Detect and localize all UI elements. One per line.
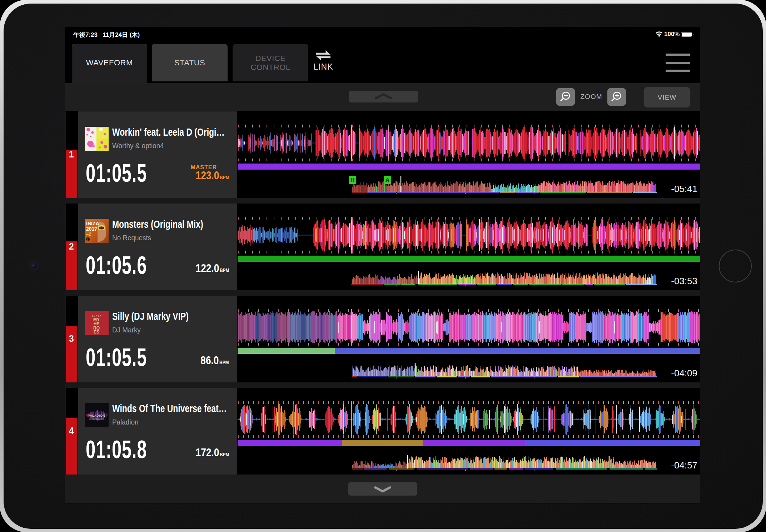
svg-text:PALADION: PALADION (88, 414, 105, 417)
svg-text:LOVE AND WAVES: LOVE AND WAVES (89, 418, 104, 420)
svg-text:ES: ES (94, 330, 99, 335)
svg-text:A: A (386, 177, 390, 183)
svg-text:IBIZA: IBIZA (86, 221, 99, 226)
svg-text:–2: –2 (86, 231, 91, 237)
svg-text:!: ! (88, 238, 89, 241)
svg-text:H: H (350, 177, 355, 183)
svg-text:2017: 2017 (86, 226, 97, 232)
